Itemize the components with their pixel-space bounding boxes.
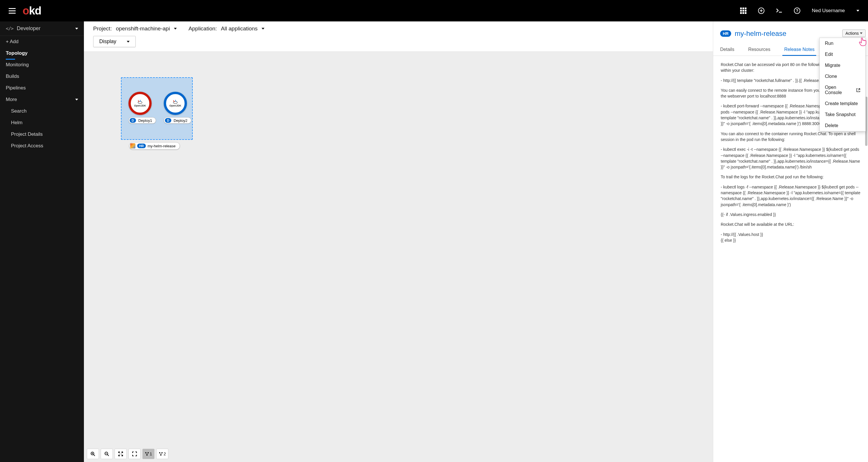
openjdk-icon: OpenJDK bbox=[168, 96, 183, 111]
node-badge: D Deploy2 bbox=[164, 117, 191, 124]
layout-2-button[interactable]: 2 bbox=[156, 449, 168, 459]
sidebar: </> Developer + Add Topology Monitoring … bbox=[0, 22, 84, 462]
tab-release-notes[interactable]: Release Notes bbox=[782, 44, 816, 56]
action-migrate[interactable]: Migrate bbox=[820, 60, 865, 71]
panel-title: HR my-helm-release bbox=[720, 30, 786, 38]
zoom-controls: 1 2 bbox=[87, 449, 168, 459]
plus-circle-icon[interactable] bbox=[758, 7, 765, 14]
sidebar-item-topology[interactable]: Topology bbox=[0, 48, 84, 59]
sidebar-item-monitoring[interactable]: Monitoring bbox=[0, 59, 84, 70]
terminal-icon[interactable] bbox=[776, 7, 782, 14]
project-label: Project: bbox=[93, 26, 112, 32]
sidebar-sub-search[interactable]: Search bbox=[0, 105, 84, 117]
details-panel: HR my-helm-release Actions Details Resou… bbox=[713, 22, 868, 462]
notes-line: Rocket.Chat will be available at the URL… bbox=[721, 222, 861, 227]
layout-1-button[interactable]: 1 bbox=[142, 449, 155, 459]
hr-pill: HR bbox=[137, 144, 146, 148]
sidebar-item-more[interactable]: More bbox=[0, 94, 84, 105]
action-clone[interactable]: Clone bbox=[820, 71, 865, 82]
app-label: Application: bbox=[188, 26, 217, 32]
user-menu[interactable]: Ned Username bbox=[812, 8, 859, 13]
layout-index: 1 bbox=[150, 452, 152, 456]
sidebar-sub-project-access[interactable]: Project Access bbox=[0, 140, 84, 152]
zoom-out-button[interactable] bbox=[101, 449, 113, 459]
tab-details[interactable]: Details bbox=[718, 44, 736, 56]
apps-grid-icon[interactable] bbox=[740, 7, 746, 14]
notes-line: To trail the logs for the Rocket.Chat po… bbox=[721, 174, 861, 180]
actions-label: Actions bbox=[845, 31, 859, 36]
chevron-down-icon bbox=[174, 28, 177, 30]
helm-release-name: my-helm-release bbox=[148, 144, 176, 148]
perspective-label: Developer bbox=[17, 26, 40, 32]
application-selector[interactable]: Application: All applications bbox=[188, 26, 265, 32]
actions-dropdown-button[interactable]: Actions bbox=[842, 30, 866, 37]
display-options-button[interactable]: Display bbox=[93, 36, 136, 47]
action-create-template[interactable]: Create template bbox=[820, 98, 865, 109]
sidebar-item-label: More bbox=[6, 97, 17, 103]
chevron-down-icon bbox=[127, 41, 130, 42]
chevron-down-icon bbox=[75, 28, 78, 30]
reset-view-button[interactable] bbox=[128, 449, 141, 459]
svg-text:?: ? bbox=[796, 8, 798, 13]
node-badge: D Deploy1 bbox=[128, 117, 156, 124]
deployment-pill: D bbox=[165, 118, 171, 123]
notes-line: - http://{{ .Values.host }} {{ else }} bbox=[721, 232, 861, 243]
chevron-down-icon bbox=[860, 32, 863, 34]
sidebar-item-pipelines[interactable]: Pipelines bbox=[0, 82, 84, 94]
top-bar: okd ? Ned Username bbox=[0, 0, 868, 22]
sidebar-sub-helm[interactable]: Helm bbox=[0, 117, 84, 128]
node-label: Deploy1 bbox=[138, 118, 152, 123]
topology-node-deploy2[interactable]: OpenJDK D Deploy2 bbox=[164, 92, 191, 124]
chevron-down-icon bbox=[261, 28, 265, 30]
help-icon[interactable]: ? bbox=[794, 7, 800, 14]
logo-kd: kd bbox=[29, 5, 41, 17]
actions-menu: Run Edit Migrate Clone Open Console Crea… bbox=[819, 38, 866, 132]
notes-line: - kubectl exec -i -t --namespace {{ .Rel… bbox=[721, 146, 861, 170]
svg-text:OpenJDK: OpenJDK bbox=[134, 104, 146, 107]
hr-badge: HR bbox=[720, 30, 731, 37]
action-edit[interactable]: Edit bbox=[820, 49, 865, 60]
resource-name: my-helm-release bbox=[735, 30, 786, 38]
helm-release-group[interactable]: OpenJDK D Deploy1 OpenJDK D De bbox=[121, 77, 193, 140]
app-value: All applications bbox=[221, 26, 258, 32]
topology-node-deploy1[interactable]: OpenJDK D Deploy1 bbox=[128, 92, 156, 124]
context-toolbar: Project: openshift-machine-api Applicati… bbox=[84, 22, 713, 36]
tab-resources[interactable]: Resources bbox=[746, 44, 772, 56]
topology-canvas[interactable]: OpenJDK D Deploy1 OpenJDK D De bbox=[84, 51, 713, 462]
openjdk-icon: OpenJDK bbox=[133, 96, 147, 111]
code-icon: </> bbox=[6, 26, 13, 31]
logo-o: o bbox=[23, 5, 29, 17]
action-run[interactable]: Run bbox=[820, 38, 865, 49]
notes-line: - kubectl logs -f --namespace {{ .Releas… bbox=[721, 184, 861, 207]
helm-icon bbox=[130, 143, 135, 148]
action-take-snapshot[interactable]: Take Snapshot bbox=[820, 109, 865, 120]
notes-line: You can also connect to the container ru… bbox=[721, 131, 861, 143]
hamburger-menu-icon[interactable] bbox=[9, 8, 16, 13]
node-ring: OpenJDK bbox=[128, 92, 152, 115]
sidebar-sub-project-details[interactable]: Project Details bbox=[0, 128, 84, 140]
username-label: Ned Username bbox=[812, 8, 845, 13]
zoom-in-button[interactable] bbox=[87, 449, 99, 459]
helm-release-label[interactable]: HR my-helm-release bbox=[129, 142, 180, 150]
sidebar-item-add[interactable]: + Add bbox=[0, 36, 84, 48]
svg-text:OpenJDK: OpenJDK bbox=[169, 104, 181, 107]
external-link-icon bbox=[857, 88, 860, 92]
project-value: openshift-machine-api bbox=[116, 26, 170, 32]
project-selector[interactable]: Project: openshift-machine-api bbox=[93, 26, 177, 32]
fit-to-screen-button[interactable] bbox=[115, 449, 127, 459]
chevron-down-icon bbox=[857, 10, 859, 11]
action-open-console[interactable]: Open Console bbox=[820, 82, 865, 98]
display-label: Display bbox=[99, 38, 116, 45]
node-label: Deploy2 bbox=[174, 118, 187, 123]
notes-line: {{- if .Values.ingress.enabled }} bbox=[721, 211, 861, 218]
layout-index: 2 bbox=[164, 452, 166, 456]
chevron-down-icon bbox=[75, 99, 78, 100]
perspective-switcher[interactable]: </> Developer bbox=[0, 22, 84, 36]
okd-logo: okd bbox=[23, 5, 41, 17]
node-ring: OpenJDK bbox=[164, 92, 187, 115]
deployment-pill: D bbox=[130, 118, 136, 123]
action-delete[interactable]: Delete bbox=[820, 120, 865, 131]
sidebar-item-builds[interactable]: Builds bbox=[0, 70, 84, 82]
